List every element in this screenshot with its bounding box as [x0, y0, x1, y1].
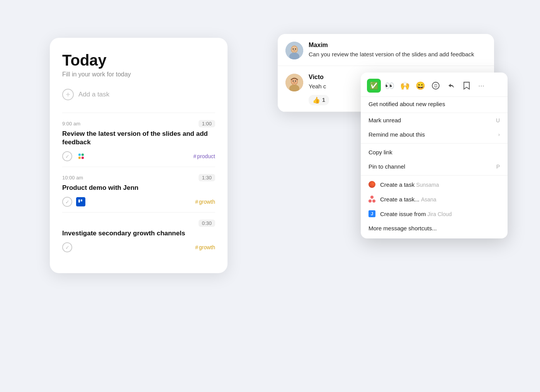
task-meta: 0:30: [62, 220, 215, 227]
ctx-hands-btn[interactable]: 🙌: [398, 79, 412, 93]
task-duration: 1:30: [199, 174, 215, 181]
svg-point-18: [432, 82, 439, 89]
ctx-bookmark-btn[interactable]: [460, 79, 474, 93]
ctx-eyes-btn[interactable]: 👀: [382, 79, 396, 93]
add-task-row[interactable]: + Add a task: [62, 89, 215, 100]
ctx-more-shortcuts[interactable]: More message shortcuts...: [361, 221, 508, 235]
task-footer: ✓ #growth: [62, 197, 215, 207]
ctx-mark-unread-label: Mark unread: [368, 117, 491, 123]
task-title: Review the latest version of the slides …: [62, 130, 215, 147]
ctx-notify-label: Get notified about new replies: [368, 101, 445, 107]
trello-app-icon: [76, 197, 85, 206]
ctx-emoji-bar: ✅ 👀 🙌 😄 ⋯: [361, 76, 508, 97]
svg-point-10: [293, 49, 294, 50]
ctx-create-asana[interactable]: Create a task... Asana: [361, 192, 508, 206]
task-footer: ✓ #product: [62, 151, 215, 161]
task-meta: 9:00 am 1:00: [62, 120, 215, 127]
ctx-create-asana-label: Create a task... Asana: [380, 196, 500, 203]
reaction-emoji: 👍: [312, 96, 320, 104]
task-tag: #growth: [195, 199, 215, 205]
task-tag: #growth: [195, 244, 215, 250]
today-card: Today Fill in your work for today + Add …: [50, 38, 228, 273]
scene: Today Fill in your work for today + Add …: [38, 22, 502, 370]
ctx-remind-label: Remind me about this: [368, 131, 494, 138]
svg-point-11: [295, 49, 296, 50]
task-time: 10:00 am: [62, 175, 83, 181]
svg-rect-0: [78, 154, 81, 156]
slack-message-1: Maxim Can you review the latest version …: [278, 34, 494, 66]
ctx-pin-shortcut: P: [496, 164, 500, 170]
ctx-copy-link-label: Copy link: [368, 149, 500, 155]
ctx-pin-label: Pin to channel: [368, 163, 492, 170]
task-footer: ✓ #growth: [62, 242, 215, 252]
jira-icon: J: [368, 210, 375, 217]
task-title: Product demo with Jenn: [62, 184, 215, 192]
avatar: [285, 42, 303, 59]
ctx-notify-item[interactable]: Get notified about new replies: [361, 97, 508, 113]
task-item: 9:00 am 1:00 Review the latest version o…: [62, 113, 215, 167]
ctx-smile-btn[interactable]: 😄: [413, 79, 427, 93]
ctx-create-jira-label: Create issue from Jira Cloud: [380, 211, 500, 217]
msg-sender: Maxim: [309, 42, 486, 49]
svg-rect-1: [82, 154, 84, 156]
slack-app-icon: [76, 151, 86, 161]
add-task-icon: +: [62, 89, 74, 100]
task-duration: 1:00: [199, 120, 215, 127]
task-check-icon[interactable]: ✓: [62, 242, 72, 252]
ctx-mark-unread[interactable]: Mark unread U: [361, 113, 508, 127]
task-item: 10:00 am 1:30 Product demo with Jenn ✓ #…: [62, 167, 215, 212]
task-time: 9:00 am: [62, 121, 80, 127]
ctx-checkmark-btn[interactable]: ✅: [367, 79, 381, 93]
page-title: Today: [62, 52, 215, 69]
task-tag: #product: [194, 153, 216, 159]
svg-rect-4: [78, 199, 80, 203]
svg-rect-5: [81, 199, 82, 201]
task-check-icon[interactable]: ✓: [62, 197, 72, 207]
today-subtitle: Fill in your work for today: [62, 71, 215, 78]
add-task-label: Add a task: [78, 91, 109, 98]
task-duration: 0:30: [199, 220, 215, 227]
ctx-pin-channel[interactable]: Pin to channel P: [361, 159, 508, 174]
asana-icon: [368, 196, 375, 203]
ctx-create-sunsama-label: Create a task Sunsama: [380, 181, 500, 188]
svg-rect-2: [78, 157, 81, 159]
context-menu: ✅ 👀 🙌 😄 ⋯: [361, 73, 508, 238]
ctx-create-sunsama[interactable]: Create a task Sunsama: [361, 177, 508, 192]
svg-point-8: [292, 46, 297, 52]
sunsama-icon: [368, 181, 375, 188]
avatar: [285, 74, 303, 91]
task-check-icon[interactable]: ✓: [62, 151, 72, 161]
ctx-copy-link[interactable]: Copy link: [361, 145, 508, 159]
ctx-remind-chevron: ›: [498, 132, 500, 137]
task-title: Investigate secondary growth channels: [62, 229, 215, 238]
task-meta: 10:00 am 1:30: [62, 174, 215, 181]
ctx-mark-unread-shortcut: U: [496, 117, 500, 123]
reaction-count: 1: [322, 97, 325, 103]
ctx-speech-btn[interactable]: [429, 79, 443, 93]
task-item: 0:30 Investigate secondary growth channe…: [62, 212, 215, 258]
svg-point-16: [293, 81, 294, 82]
ctx-divider-2: [361, 175, 508, 176]
svg-point-17: [295, 81, 296, 82]
ctx-reply-btn[interactable]: [444, 79, 458, 93]
msg-reaction[interactable]: 👍 1: [309, 95, 329, 105]
ctx-create-jira[interactable]: J Create issue from Jira Cloud: [361, 206, 508, 221]
svg-rect-3: [82, 157, 84, 159]
msg-content: Maxim Can you review the latest version …: [309, 42, 486, 59]
ctx-more-btn[interactable]: ⋯: [476, 80, 487, 91]
msg-text: Can you review the latest version of the…: [309, 50, 486, 59]
ctx-divider-1: [361, 143, 508, 144]
ctx-remind-me[interactable]: Remind me about this ›: [361, 127, 508, 142]
ctx-more-shortcuts-label: More message shortcuts...: [368, 225, 500, 231]
